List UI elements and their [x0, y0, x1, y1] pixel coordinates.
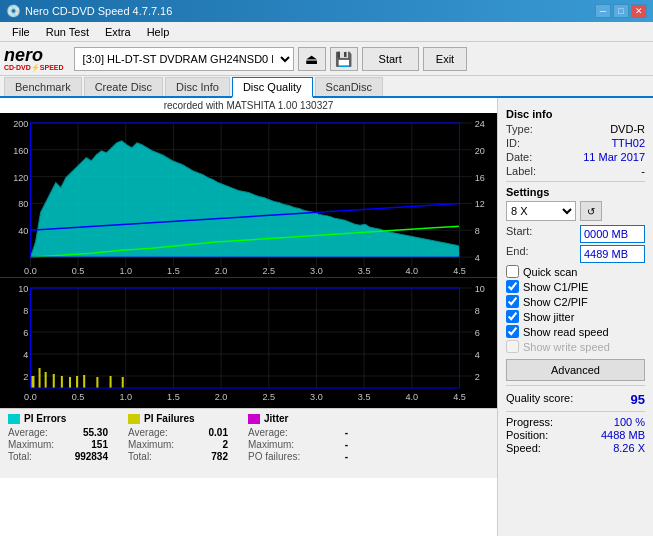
eject-button[interactable]: ⏏ [298, 47, 326, 71]
tab-benchmark[interactable]: Benchmark [4, 77, 82, 96]
settings-title: Settings [506, 186, 645, 198]
tab-disc-info[interactable]: Disc Info [165, 77, 230, 96]
tab-disc-quality[interactable]: Disc Quality [232, 77, 313, 98]
show-write-speed-row: Show write speed [506, 340, 645, 353]
tabs: Benchmark Create Disc Disc Info Disc Qua… [0, 76, 653, 98]
disc-date-row: Date: 11 Mar 2017 [506, 151, 645, 163]
svg-text:8: 8 [475, 226, 480, 236]
pif-chart: 10 8 6 4 2 10 8 6 4 2 0.0 0.5 1.0 1.5 2.… [0, 278, 497, 408]
svg-rect-80 [53, 374, 55, 388]
show-c1-pie-checkbox[interactable] [506, 280, 519, 293]
pi-errors-total-row: Total: 992834 [8, 451, 108, 462]
position-label: Position: [506, 429, 548, 441]
menu-help[interactable]: Help [139, 24, 178, 40]
start-label: Start: [506, 225, 532, 243]
show-c1-pie-label: Show C1/PIE [523, 281, 588, 293]
legend-pi-errors: PI Errors Average: 55.30 Maximum: 151 To… [8, 413, 108, 474]
disc-id-label: ID: [506, 137, 520, 149]
title-bar-left: 💿 Nero CD-DVD Speed 4.7.7.16 [6, 4, 172, 18]
minimize-button[interactable]: ─ [595, 4, 611, 18]
progress-value: 100 % [614, 416, 645, 428]
show-c2-pif-checkbox[interactable] [506, 295, 519, 308]
svg-rect-83 [76, 376, 78, 388]
svg-text:2.5: 2.5 [262, 266, 275, 276]
svg-text:2: 2 [23, 372, 28, 382]
speed-result-row: Speed: 8.26 X [506, 442, 645, 454]
legend-area: PI Errors Average: 55.30 Maximum: 151 To… [0, 408, 497, 478]
svg-text:3.5: 3.5 [358, 392, 371, 402]
exit-button[interactable]: Exit [423, 47, 467, 71]
svg-text:6: 6 [23, 328, 28, 338]
svg-text:160: 160 [13, 146, 28, 156]
svg-text:1.5: 1.5 [167, 392, 180, 402]
pi-failures-color [128, 414, 140, 424]
svg-text:0.5: 0.5 [72, 392, 85, 402]
pi-errors-color [8, 414, 20, 424]
svg-text:16: 16 [475, 173, 485, 183]
svg-text:4.0: 4.0 [405, 266, 418, 276]
speed-result-label: Speed: [506, 442, 541, 454]
show-jitter-checkbox[interactable] [506, 310, 519, 323]
po-failures-value: - [345, 451, 348, 462]
jitter-max-label: Maximum: [248, 439, 294, 450]
menu-extra[interactable]: Extra [97, 24, 139, 40]
menu-run-test[interactable]: Run Test [38, 24, 97, 40]
pie-chart-svg: 200 160 120 80 40 24 20 16 12 8 4 0.0 0.… [0, 113, 497, 277]
quality-score-value: 95 [631, 392, 645, 407]
disc-type-row: Type: DVD-R [506, 123, 645, 135]
pi-failures-avg-label: Average: [128, 427, 168, 438]
speed-row: 8 X ↺ [506, 201, 645, 221]
svg-text:20: 20 [475, 146, 485, 156]
disc-label-value: - [641, 165, 645, 177]
toolbar: nero CD·DVD⚡SPEED [3:0] HL-DT-ST DVDRAM … [0, 42, 653, 76]
show-read-speed-checkbox[interactable] [506, 325, 519, 338]
svg-text:24: 24 [475, 119, 485, 129]
start-button[interactable]: Start [362, 47, 419, 71]
save-button[interactable]: 💾 [330, 47, 358, 71]
quick-scan-checkbox[interactable] [506, 265, 519, 278]
svg-text:4: 4 [23, 350, 28, 360]
end-row: End: [506, 245, 645, 263]
svg-text:3.0: 3.0 [310, 392, 323, 402]
pi-failures-max-row: Maximum: 2 [128, 439, 228, 450]
svg-rect-86 [110, 376, 112, 388]
progress-label: Progress: [506, 416, 553, 428]
menu-file[interactable]: File [4, 24, 38, 40]
app-icon: 💿 [6, 4, 21, 18]
advanced-button[interactable]: Advanced [506, 359, 645, 381]
show-write-speed-checkbox[interactable] [506, 340, 519, 353]
disc-info-title: Disc info [506, 108, 645, 120]
pi-failures-avg-value: 0.01 [209, 427, 228, 438]
svg-text:2.5: 2.5 [262, 392, 275, 402]
pi-errors-avg-label: Average: [8, 427, 48, 438]
refresh-button[interactable]: ↺ [580, 201, 602, 221]
close-button[interactable]: ✕ [631, 4, 647, 18]
divider-2 [506, 385, 645, 386]
svg-text:0.0: 0.0 [24, 392, 37, 402]
pi-errors-max-value: 151 [91, 439, 108, 450]
drive-select[interactable]: [3:0] HL-DT-ST DVDRAM GH24NSD0 LH00 [74, 47, 294, 71]
tab-create-disc[interactable]: Create Disc [84, 77, 163, 96]
end-input[interactable] [580, 245, 645, 263]
pi-failures-title: PI Failures [144, 413, 195, 424]
start-input[interactable] [580, 225, 645, 243]
jitter-avg-label: Average: [248, 427, 288, 438]
jitter-avg-value: - [345, 427, 348, 438]
pi-errors-max-row: Maximum: 151 [8, 439, 108, 450]
chart-area: recorded with MATSHITA 1.00 130327 [0, 98, 498, 536]
svg-text:1.0: 1.0 [119, 392, 132, 402]
svg-text:4.5: 4.5 [453, 392, 466, 402]
quality-score-row: Quality score: 95 [506, 392, 645, 407]
pi-failures-max-label: Maximum: [128, 439, 174, 450]
show-c1-pie-row: Show C1/PIE [506, 280, 645, 293]
tab-scan-disc[interactable]: ScanDisc [315, 77, 383, 96]
disc-label-row: Label: - [506, 165, 645, 177]
speed-select[interactable]: 8 X [506, 201, 576, 221]
pi-errors-avg-row: Average: 55.30 [8, 427, 108, 438]
show-c2-pif-label: Show C2/PIF [523, 296, 588, 308]
svg-text:4.0: 4.0 [405, 392, 418, 402]
pi-failures-max-value: 2 [222, 439, 228, 450]
end-label: End: [506, 245, 529, 263]
show-jitter-label: Show jitter [523, 311, 574, 323]
maximize-button[interactable]: □ [613, 4, 629, 18]
